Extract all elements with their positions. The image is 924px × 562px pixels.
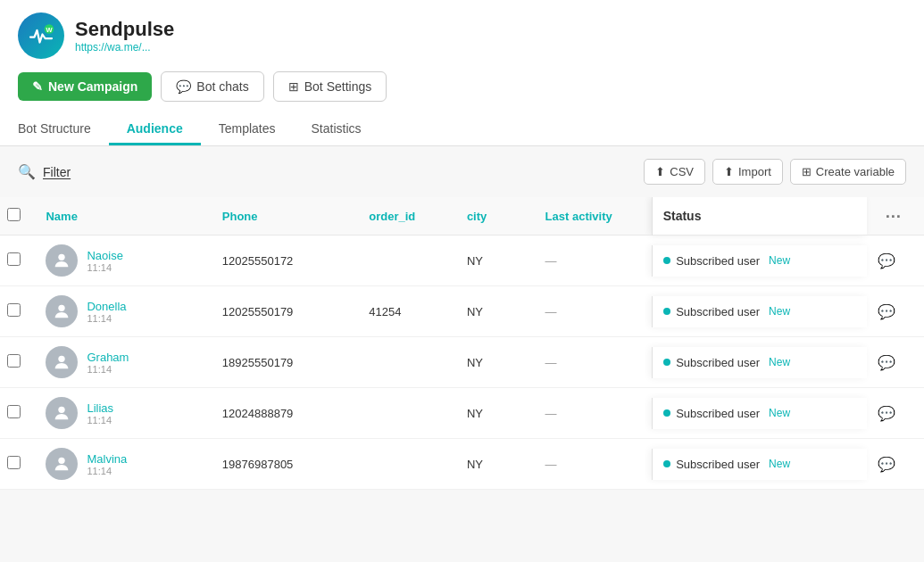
- chat-icon[interactable]: 💬: [874, 351, 899, 374]
- table-body: Naoise 11:14 12025550172 NY — Subscribed…: [0, 236, 924, 490]
- create-variable-button[interactable]: ⊞ Create variable: [790, 159, 906, 185]
- row-checkbox: [0, 439, 35, 490]
- tab-statistics[interactable]: Statistics: [294, 114, 379, 145]
- avatar: [46, 244, 78, 277]
- filter-area: 🔍 Filter: [18, 163, 71, 180]
- row-user: Naoise 11:14: [35, 236, 211, 286]
- table-row: Malvina 11:14 19876987805 NY — Subscribe…: [0, 439, 924, 490]
- row-orderid: [358, 388, 456, 439]
- status-text: Subscribed user: [676, 254, 760, 268]
- bot-chats-label: Bot chats: [196, 79, 248, 94]
- brand-row: W Sendpulse https://wa.me/...: [18, 12, 906, 59]
- bot-chats-icon: 💬: [176, 79, 191, 94]
- row-checkbox: [0, 236, 35, 286]
- row-phone: 12024888879: [212, 388, 358, 439]
- tab-templates[interactable]: Templates: [201, 114, 294, 145]
- status-text: Subscribed user: [676, 458, 760, 471]
- brand-name: Sendpulse: [75, 18, 174, 41]
- header-orderid: order_id: [358, 197, 456, 236]
- import-button[interactable]: ⬆ Import: [712, 159, 783, 185]
- row-user: Lilias 11:14: [35, 388, 211, 439]
- search-icon: 🔍: [18, 163, 36, 180]
- header-phone: Phone: [212, 197, 358, 236]
- status-badge: New: [769, 407, 790, 419]
- new-campaign-button[interactable]: ✎ New Campaign: [18, 72, 152, 101]
- row-lastactivity: —: [535, 337, 653, 388]
- brand-logo: W: [18, 12, 64, 59]
- create-variable-icon: ⊞: [802, 165, 812, 178]
- row-lastactivity: —: [535, 439, 653, 490]
- row-action: 💬: [867, 337, 924, 388]
- tab-bot-structure[interactable]: Bot Structure: [18, 114, 109, 145]
- tab-audience[interactable]: Audience: [109, 114, 201, 145]
- status-dot: [663, 359, 670, 366]
- new-campaign-icon: ✎: [32, 79, 43, 94]
- row-lastactivity: —: [535, 286, 653, 337]
- status-badge: New: [769, 458, 790, 470]
- header-actions: ⋯: [867, 197, 924, 236]
- svg-point-6: [59, 407, 65, 413]
- row-phone: 12025550172: [212, 236, 358, 286]
- avatar: [46, 295, 78, 327]
- svg-point-7: [59, 458, 65, 464]
- row-phone: 18925550179: [212, 337, 358, 388]
- row-orderid: [358, 439, 456, 490]
- user-name[interactable]: Lilias: [87, 401, 113, 415]
- row-user: Donella 11:14: [35, 286, 211, 337]
- filter-button[interactable]: Filter: [43, 165, 71, 179]
- user-name[interactable]: Malvina: [87, 452, 127, 466]
- row-lastactivity: —: [535, 236, 653, 286]
- toolbar-right: ⬆ CSV ⬆ Import ⊞ Create variable: [644, 159, 906, 185]
- bot-settings-label: Bot Settings: [304, 79, 372, 94]
- chat-icon[interactable]: 💬: [874, 453, 899, 475]
- status-dot: [663, 409, 670, 417]
- row-phone: 19876987805: [212, 439, 358, 490]
- create-variable-label: Create variable: [816, 165, 895, 178]
- row-phone: 12025550179: [212, 286, 358, 337]
- chat-icon[interactable]: 💬: [874, 402, 899, 425]
- more-options-icon[interactable]: ⋯: [878, 203, 908, 228]
- row-city: NY: [456, 337, 535, 388]
- row-select-checkbox[interactable]: [7, 252, 21, 266]
- table-row: Lilias 11:14 12024888879 NY — Subscribed…: [0, 388, 924, 439]
- bot-settings-button[interactable]: ⊞ Bot Settings: [273, 71, 387, 102]
- chat-icon[interactable]: 💬: [874, 301, 899, 323]
- row-status: Subscribed user New: [652, 439, 867, 490]
- toolbar: 🔍 Filter ⬆ CSV ⬆ Import ⊞ Create variabl…: [0, 146, 924, 197]
- user-time: 11:14: [87, 313, 126, 324]
- status-dot: [663, 257, 670, 264]
- row-city: NY: [456, 388, 535, 439]
- table-row: Naoise 11:14 12025550172 NY — Subscribed…: [0, 236, 924, 286]
- chat-icon[interactable]: 💬: [874, 250, 899, 272]
- audience-table: Name Phone order_id city Last activity: [0, 197, 924, 490]
- header-lastactivity: Last activity: [535, 197, 653, 236]
- user-time: 11:14: [87, 415, 113, 426]
- bot-chats-button[interactable]: 💬 Bot chats: [161, 71, 263, 102]
- tabs-row: Bot Structure Audience Templates Statist…: [18, 114, 906, 145]
- csv-button[interactable]: ⬆ CSV: [644, 159, 705, 185]
- row-select-checkbox[interactable]: [7, 405, 21, 418]
- user-name[interactable]: Graham: [87, 351, 129, 364]
- brand-text: Sendpulse https://wa.me/...: [75, 18, 174, 54]
- row-status: Subscribed user New: [652, 337, 867, 388]
- user-time: 11:14: [87, 466, 127, 476]
- user-name[interactable]: Naoise: [87, 249, 122, 262]
- status-badge: New: [769, 356, 790, 368]
- csv-icon: ⬆: [655, 165, 665, 178]
- user-time: 11:14: [87, 262, 122, 273]
- svg-point-4: [59, 305, 65, 311]
- user-time: 11:14: [87, 364, 129, 375]
- row-select-checkbox[interactable]: [7, 456, 21, 469]
- status-dot: [663, 308, 670, 315]
- csv-label: CSV: [670, 165, 694, 178]
- user-name[interactable]: Donella: [87, 300, 126, 313]
- row-city: NY: [456, 236, 535, 286]
- select-all-checkbox[interactable]: [7, 208, 21, 221]
- row-select-checkbox[interactable]: [7, 303, 21, 317]
- row-checkbox: [0, 286, 35, 337]
- row-action: 💬: [867, 236, 924, 286]
- row-select-checkbox[interactable]: [7, 354, 21, 368]
- row-lastactivity: —: [535, 388, 653, 439]
- new-campaign-label: New Campaign: [48, 79, 137, 94]
- actions-row: ✎ New Campaign 💬 Bot chats ⊞ Bot Setting…: [18, 71, 906, 102]
